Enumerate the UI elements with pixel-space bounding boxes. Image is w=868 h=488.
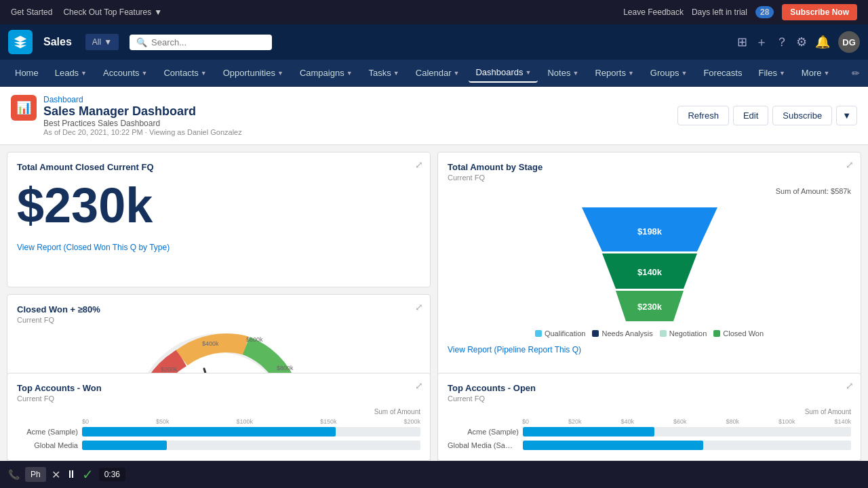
bar-axis-open: $0 $20k $40k $60k $80k $100k $140k — [448, 418, 851, 425]
bar-axis-won: $0 $50k $100k $150k $200k — [17, 418, 420, 425]
bar-track — [82, 441, 420, 450]
top-won-subtitle: Current FQ — [17, 394, 102, 403]
refresh-button[interactable]: Refresh — [677, 106, 729, 125]
all-filter-button[interactable]: All ▼ — [85, 34, 119, 50]
search-icon: 🔍 — [136, 37, 147, 47]
days-left-label: Days left in trial — [692, 7, 747, 17]
subscribe-button[interactable]: Subscribe — [772, 106, 832, 125]
nav-icons: ⊞ ＋ ？ ⚙ 🔔 DG — [737, 31, 860, 53]
svg-text:$800k: $800k — [277, 365, 294, 371]
pause-icon[interactable]: ⏸ — [66, 468, 77, 481]
menu-edit-icon[interactable]: ✏ — [852, 68, 860, 79]
menu-item-dashboards[interactable]: Dashboards ▼ — [469, 63, 538, 83]
bar-fill — [82, 427, 336, 436]
total-closed-card: Total Amount Closed Current FQ ⤢ $230k V… — [7, 152, 431, 287]
funnel-sum-label: Sum of Amount: $587k — [448, 187, 851, 195]
pipeline-report-link[interactable]: View Report (Pipeline Report This Q) — [448, 345, 581, 354]
dashboard-date: As of Dec 20, 2021, 10:22 PM · Viewing a… — [43, 128, 242, 136]
bottom-cards-row: Top Accounts - Won Current FQ ⤢ Sum of A… — [7, 373, 861, 461]
top-accounts-won-card: Top Accounts - Won Current FQ ⤢ Sum of A… — [7, 373, 431, 461]
dashboard-header-left: 📊 Dashboard Sales Manager Dashboard Best… — [11, 95, 242, 136]
bar-row-acme-open: Acme (Sample) — [448, 427, 851, 436]
home-icon[interactable]: ⊞ — [737, 35, 747, 49]
top-accounts-open-card: Top Accounts - Open Current FQ ⤢ Sum of … — [437, 373, 861, 461]
svg-text:$198k: $198k — [637, 226, 662, 237]
leave-feedback-link[interactable]: Leave Feedback — [623, 7, 684, 17]
svg-text:$400k: $400k — [202, 340, 219, 347]
bar-track — [523, 427, 851, 436]
by-stage-title: Total Amount by Stage — [448, 162, 851, 172]
legend-dot-qualification — [535, 330, 542, 337]
bar-row-acme-won: Acme (Sample) — [17, 427, 420, 436]
menu-item-tasks[interactable]: Tasks ▼ — [362, 64, 406, 82]
subscribe-now-button[interactable]: Subscribe Now — [782, 4, 857, 20]
menu-item-reports[interactable]: Reports ▼ — [588, 64, 640, 82]
ph-button[interactable]: Ph — [25, 467, 46, 482]
funnel-container: $198k $140k $230k — [448, 201, 851, 323]
trial-days-badge: 28 — [755, 6, 774, 18]
legend-dot-closed-won — [713, 330, 720, 337]
menu-item-leads[interactable]: Leads ▼ — [48, 64, 94, 82]
menu-item-forecasts[interactable]: Forecasts — [696, 64, 749, 82]
menu-item-accounts[interactable]: Accounts ▼ — [96, 64, 154, 82]
menu-item-contacts[interactable]: Contacts ▼ — [157, 64, 213, 82]
menu-item-files[interactable]: Files ▼ — [751, 64, 791, 82]
check-icon[interactable]: ✓ — [82, 466, 94, 483]
dashboard-header: 📊 Dashboard Sales Manager Dashboard Best… — [0, 87, 868, 145]
dashboard-icon: 📊 — [11, 95, 37, 121]
svg-text:$230k: $230k — [637, 302, 662, 312]
bar-track — [82, 427, 420, 436]
page-title: Sales Manager Dashboard — [43, 104, 242, 119]
help-icon[interactable]: ？ — [776, 34, 788, 50]
bar-track — [523, 441, 851, 450]
dashboard-dropdown-button[interactable]: ▼ — [836, 106, 857, 125]
avatar[interactable]: DG — [838, 31, 860, 53]
notifications-icon[interactable]: 🔔 — [815, 35, 830, 49]
expand-icon[interactable]: ⤢ — [415, 380, 423, 391]
top-won-title: Top Accounts - Won — [17, 383, 102, 393]
edit-button[interactable]: Edit — [733, 106, 768, 125]
svg-text:$140k: $140k — [637, 267, 662, 277]
expand-icon[interactable]: ⤢ — [846, 159, 854, 170]
top-won-sum-label: Sum of Amount — [17, 408, 420, 415]
menu-item-home[interactable]: Home — [8, 64, 45, 82]
menu-item-opportunities[interactable]: Opportunities ▼ — [216, 64, 290, 82]
menu-item-campaigns[interactable]: Campaigns ▼ — [293, 64, 359, 82]
bar-row-global-won: Global Media — [17, 441, 420, 450]
breadcrumb[interactable]: Dashboard — [43, 95, 242, 104]
bar-fill — [523, 441, 703, 450]
funnel-chart: $198k $140k $230k — [561, 201, 738, 323]
top-bar: Get Started Check Out Top Features ▼ Lea… — [0, 0, 868, 24]
svg-text:$200k: $200k — [161, 366, 178, 373]
close-icon[interactable]: ✕ — [52, 468, 60, 481]
search-input[interactable] — [151, 37, 265, 47]
menu-bar: Home Leads ▼ Accounts ▼ Contacts ▼ Oppor… — [0, 60, 868, 87]
legend-item-negotiation: Negotiation — [660, 329, 707, 338]
legend-dot-negotiation — [660, 330, 667, 337]
closed-won-subtitle: Current FQ — [17, 316, 420, 324]
menu-item-groups[interactable]: Groups ▼ — [644, 64, 694, 82]
check-out-features-button[interactable]: Check Out Top Features ▼ — [63, 7, 162, 17]
menu-item-notes[interactable]: Notes ▼ — [540, 64, 585, 82]
expand-icon[interactable]: ⤢ — [846, 380, 854, 391]
nav-bar: Sales All ▼ 🔍 ⊞ ＋ ？ ⚙ 🔔 DG — [0, 24, 868, 60]
by-stage-subtitle: Current FQ — [448, 174, 851, 182]
svg-text:$600k: $600k — [246, 336, 263, 343]
settings-icon[interactable]: ⚙ — [796, 35, 807, 49]
legend-item-qualification: Qualification — [535, 329, 586, 338]
bar-fill — [523, 427, 654, 436]
app-logo[interactable] — [8, 30, 33, 54]
legend-dot-needs-analysis — [592, 330, 599, 337]
dashboard-title-area: Dashboard Sales Manager Dashboard Best P… — [43, 95, 242, 136]
add-icon[interactable]: ＋ — [755, 34, 768, 50]
closed-won-title: Closed Won + ≥80% — [17, 304, 420, 314]
top-open-title: Top Accounts - Open — [448, 383, 536, 393]
expand-icon[interactable]: ⤢ — [415, 302, 423, 312]
expand-icon[interactable]: ⤢ — [415, 159, 423, 170]
funnel-legend: Qualification Needs Analysis Negotiation… — [448, 329, 851, 338]
menu-item-calendar[interactable]: Calendar ▼ — [409, 64, 467, 82]
top-bar-right: Leave Feedback Days left in trial 28 Sub… — [623, 4, 857, 20]
menu-item-more[interactable]: More ▼ — [795, 64, 837, 82]
get-started-link[interactable]: Get Started — [11, 7, 52, 17]
total-closed-link[interactable]: View Report (Closed Won This Q by Type) — [17, 243, 170, 252]
